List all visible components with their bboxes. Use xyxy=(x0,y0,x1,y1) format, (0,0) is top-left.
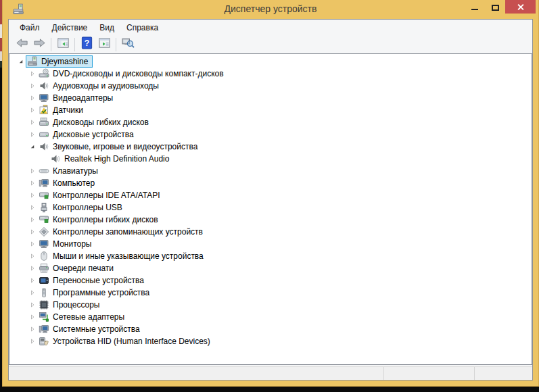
expander-collapsed-icon[interactable] xyxy=(28,336,37,347)
expander-collapsed-icon[interactable] xyxy=(28,117,37,128)
tree-item-body[interactable]: Контроллеры гибких дисков xyxy=(37,214,163,226)
tree-item-body[interactable]: Звуковые, игровые и видеоустройства xyxy=(37,141,202,153)
tree-item-network-adapters[interactable]: Сетевые адаптеры xyxy=(9,311,532,323)
tree-item-body[interactable]: Устройства HID (Human Interface Devices) xyxy=(37,335,215,347)
help-icon: ? xyxy=(80,36,93,52)
expander-collapsed-icon[interactable] xyxy=(28,68,37,79)
expander-collapsed-icon[interactable] xyxy=(28,105,37,116)
tree-item-sensors[interactable]: Датчики xyxy=(9,104,532,116)
expander-collapsed-icon[interactable] xyxy=(28,190,37,201)
tree-item-body[interactable]: Датчики xyxy=(37,104,88,116)
tree-item-usb-controllers[interactable]: Контроллеры USB xyxy=(9,201,532,214)
expander-collapsed-icon[interactable] xyxy=(28,263,37,274)
tree-item-computer[interactable]: Компьютер xyxy=(9,177,532,189)
tree-item-print-queues[interactable]: Очереди печати xyxy=(9,262,532,274)
expander-expanded-icon[interactable] xyxy=(16,56,26,67)
expander-collapsed-icon[interactable] xyxy=(28,239,37,249)
minimize-button[interactable] xyxy=(465,0,485,14)
tree-item-keyboards[interactable]: Клавиатуры xyxy=(9,165,532,177)
scan-hardware-changes-button[interactable] xyxy=(119,36,137,53)
forward-button[interactable] xyxy=(30,36,48,53)
menu-help[interactable]: Справка xyxy=(120,21,164,34)
tree-item-djeymashine[interactable]: Djeymashine xyxy=(9,55,532,68)
expander-collapsed-icon[interactable] xyxy=(28,287,37,298)
tree-item-processors[interactable]: Процессоры xyxy=(9,299,532,311)
tree-item-hid-devices[interactable]: Устройства HID (Human Interface Devices) xyxy=(9,335,532,347)
tree-item-label: DVD-дисководы и дисководы компакт-дисков xyxy=(53,69,226,78)
menu-action[interactable]: Действие xyxy=(46,21,94,34)
disk-drive-icon xyxy=(39,129,49,140)
tree-item-body[interactable]: Мыши и иные указывающие устройства xyxy=(37,250,208,262)
tree-item-body[interactable]: Контроллеры IDE ATA/ATAPI xyxy=(37,189,165,201)
tree-item-floppy-disk-drives[interactable]: Дисководы гибких дисков xyxy=(9,116,532,128)
tree-item-ide-ata-atapi-controllers[interactable]: Контроллеры IDE ATA/ATAPI xyxy=(9,189,532,201)
tree-item-body[interactable]: DVD-дисководы и дисководы компакт-дисков xyxy=(37,68,229,80)
floppy-drive-icon xyxy=(39,117,49,128)
tree-item-video-adapters[interactable]: Видеоадаптеры xyxy=(9,92,532,104)
help-button[interactable]: ? xyxy=(78,36,95,53)
expander-collapsed-icon[interactable] xyxy=(28,202,37,213)
expander-collapsed-icon[interactable] xyxy=(28,214,37,225)
expander-collapsed-icon[interactable] xyxy=(28,129,37,140)
tree-item-body[interactable]: Realtek High Definition Audio xyxy=(49,153,174,165)
tree-item-body[interactable]: Сетевые адаптеры xyxy=(37,311,129,323)
show-console-tree-button[interactable] xyxy=(54,36,72,53)
tree-item-dvd-drives[interactable]: DVD-дисководы и дисководы компакт-дисков xyxy=(9,68,532,80)
keyboard-icon xyxy=(39,166,49,176)
show-action-pane-button[interactable] xyxy=(95,36,113,53)
monitor-icon xyxy=(39,239,49,249)
statusbar-section xyxy=(384,367,475,380)
tree-item-label: Компьютер xyxy=(53,178,97,188)
expander-collapsed-icon[interactable] xyxy=(28,275,37,286)
expander-expanded-icon[interactable] xyxy=(28,141,37,152)
device-tree[interactable]: DjeymashineDVD-дисководы и дисководы ком… xyxy=(9,53,532,365)
titlebar[interactable]: Диспетчер устройств xyxy=(3,0,538,19)
tree-item-sound-video-game-controllers[interactable]: Звуковые, игровые и видеоустройства xyxy=(9,141,532,153)
tree-item-realtek-high-definition-audio[interactable]: Realtek High Definition Audio xyxy=(9,153,532,165)
tree-item-body[interactable]: Дисководы гибких дисков xyxy=(37,116,154,128)
tree-item-body[interactable]: Аудиовходы и аудиовыходы xyxy=(37,80,164,92)
tree-item-portable-devices[interactable]: Переносные устройства xyxy=(9,274,532,287)
expander-collapsed-icon[interactable] xyxy=(28,251,37,262)
tree-item-floppy-disk-controllers[interactable]: Контроллеры гибких дисков xyxy=(9,214,532,226)
tree-item-storage-controllers[interactable]: Контроллеры запоминающих устройств xyxy=(9,226,532,238)
expander-collapsed-icon[interactable] xyxy=(28,299,37,310)
tree-item-body[interactable]: Процессоры xyxy=(37,299,105,311)
toolbar: ? xyxy=(9,35,532,53)
tree-item-label: Дисковые устройства xyxy=(53,130,136,139)
tree-item-body[interactable]: Контроллеры USB xyxy=(37,201,127,214)
tree-item-body[interactable]: Системные устройства xyxy=(37,323,145,335)
expander-collapsed-icon[interactable] xyxy=(28,312,37,322)
tree-item-system-devices[interactable]: Системные устройства xyxy=(9,323,532,335)
tree-item-body[interactable]: Видеоадаптеры xyxy=(37,92,118,104)
tree-item-audio-inputs-outputs[interactable]: Аудиовходы и аудиовыходы xyxy=(9,80,532,92)
tree-item-body[interactable]: Программные устройства xyxy=(37,287,154,299)
menubar: Файл Действие Вид Справка xyxy=(9,20,532,35)
ide-controller-icon xyxy=(39,190,49,201)
expander-collapsed-icon[interactable] xyxy=(28,226,37,237)
expander-collapsed-icon[interactable] xyxy=(28,324,37,335)
tree-item-disk-drives[interactable]: Дисковые устройства xyxy=(9,128,532,141)
maximize-button[interactable] xyxy=(485,0,505,14)
tree-item-body[interactable]: Djeymashine xyxy=(26,55,93,68)
expander-collapsed-icon[interactable] xyxy=(28,166,37,176)
tree-item-monitors[interactable]: Мониторы xyxy=(9,238,532,250)
menu-file[interactable]: Файл xyxy=(14,21,46,34)
tree-item-body[interactable]: Дисковые устройства xyxy=(37,128,139,141)
monitor-tower-icon xyxy=(39,178,49,189)
tree-item-body[interactable]: Клавиатуры xyxy=(37,165,103,177)
tree-item-body[interactable]: Компьютер xyxy=(37,177,99,189)
tree-item-body[interactable]: Контроллеры запоминающих устройств xyxy=(37,226,208,238)
tree-item-body[interactable]: Мониторы xyxy=(37,238,96,250)
expander-collapsed-icon[interactable] xyxy=(28,93,37,103)
menu-view[interactable]: Вид xyxy=(93,21,120,34)
expander-collapsed-icon[interactable] xyxy=(28,80,37,91)
tree-item-body[interactable]: Очереди печати xyxy=(37,262,118,274)
back-button[interactable] xyxy=(13,36,30,53)
tree-item-mice-and-pointing-devices[interactable]: Мыши и иные указывающие устройства xyxy=(9,250,532,262)
tree-item-software-devices[interactable]: Программные устройства xyxy=(9,287,532,299)
close-button[interactable] xyxy=(505,0,536,14)
tree-item-body[interactable]: Переносные устройства xyxy=(37,274,149,287)
mouse-icon xyxy=(39,251,49,262)
expander-collapsed-icon[interactable] xyxy=(28,178,37,189)
